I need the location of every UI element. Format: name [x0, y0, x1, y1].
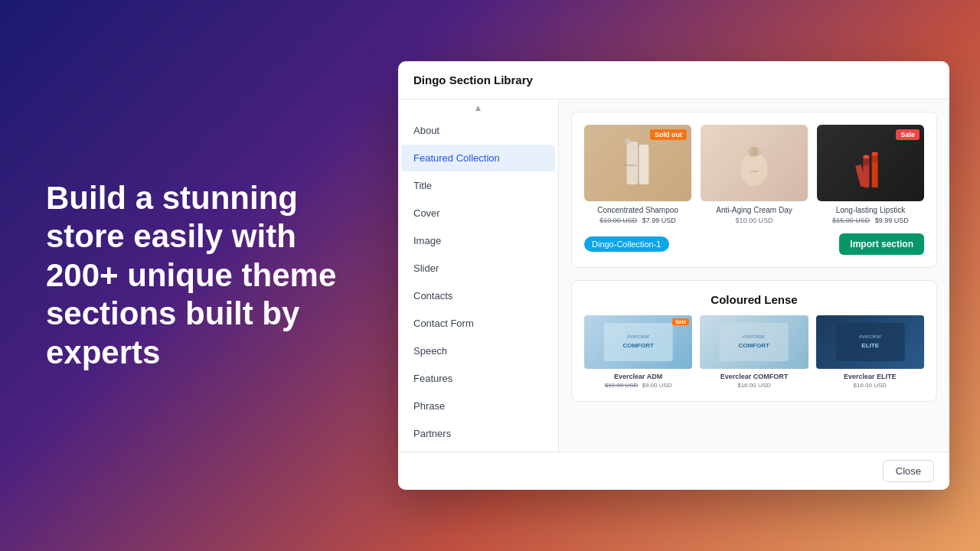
product-image-shampoo: shampoo Sold out	[584, 125, 691, 201]
content-area[interactable]: shampoo Sold out Concentrated Shampoo $1…	[559, 99, 949, 452]
lens-name-comfort: Everclear COMFORT	[720, 373, 789, 380]
modal-header: Dingo Section Library	[398, 61, 949, 99]
svg-rect-6	[750, 147, 758, 155]
section-card-1: shampoo Sold out Concentrated Shampoo $1…	[571, 112, 937, 268]
product-grid-1: shampoo Sold out Concentrated Shampoo $1…	[584, 125, 924, 224]
lens-comfort-icon: everclear COMFORT	[700, 315, 808, 369]
section-card-2: Coloured Lense everclear COMFORT Sale	[571, 280, 937, 402]
sidebar-item-about[interactable]: About	[401, 117, 555, 144]
card-footer-1: Dingo-Collection-1 Import section	[584, 233, 924, 255]
product-item-cream: cream Anti-Aging Cream Day $10.00 USD	[701, 125, 808, 224]
lens-name-elite: Everclear ELITE	[844, 373, 897, 380]
sidebar-item-services[interactable]: Services	[401, 448, 555, 452]
sidebar-item-contact-form[interactable]: Contact Form	[401, 310, 555, 337]
modal-title: Dingo Section Library	[413, 73, 533, 86]
svg-text:everclear: everclear	[627, 334, 649, 339]
product-image-cream: cream	[701, 125, 808, 201]
cream-icon: cream	[711, 132, 797, 194]
lens-item-adm: everclear COMFORT Sale Everclear ADM $10…	[584, 315, 692, 389]
lens-item-comfort: everclear COMFORT Everclear COMFORT $16.…	[700, 315, 808, 389]
svg-text:shampoo: shampoo	[624, 163, 637, 167]
product-price-lipstick: $15.00 USD $9.99 USD	[832, 217, 909, 224]
lens-price-comfort: $16.00 USD	[737, 382, 771, 389]
lens-image-comfort: everclear COMFORT	[700, 315, 808, 369]
hero-section: Build a stunning store easily with 200+ …	[46, 179, 337, 372]
import-section-button[interactable]: Import section	[839, 233, 924, 255]
sidebar-item-speech[interactable]: Speech	[401, 337, 555, 364]
svg-rect-11	[872, 160, 878, 187]
product-image-lipstick: Sale	[817, 125, 924, 201]
lens-item-elite: everclear ELITE Everclear ELITE $16.00 U…	[816, 315, 924, 389]
svg-text:COMFORT: COMFORT	[739, 342, 770, 349]
hero-headline: Build a stunning store easily with 200+ …	[46, 179, 337, 372]
sidebar-item-slider[interactable]: Slider	[401, 255, 555, 282]
sale-badge: Sale	[896, 129, 920, 140]
svg-point-10	[863, 155, 869, 159]
svg-point-13	[872, 152, 878, 156]
sidebar-item-title[interactable]: Title	[401, 172, 555, 199]
lens-name-adm: Everclear ADM	[614, 373, 662, 380]
sidebar-item-partners[interactable]: Partners	[401, 420, 555, 447]
lens-image-adm: everclear COMFORT Sale	[584, 315, 692, 369]
modal-footer: Close	[398, 452, 949, 490]
lens-elite-icon: everclear ELITE	[816, 315, 924, 369]
close-button[interactable]: Close	[883, 460, 934, 482]
sidebar-item-features[interactable]: Features	[401, 365, 555, 392]
lens-image-elite: everclear ELITE	[816, 315, 924, 369]
sidebar-item-image[interactable]: Image	[401, 227, 555, 254]
product-name-lipstick: Long-lasting Lipstick	[836, 206, 906, 214]
sidebar-item-cover[interactable]: Cover	[401, 200, 555, 227]
collection-tag: Dingo-Collection-1	[584, 236, 669, 252]
svg-text:everclear: everclear	[743, 334, 766, 339]
lens-product-grid: everclear COMFORT Sale Everclear ADM $10…	[584, 315, 924, 389]
product-price-shampoo: $10.00 USD $7.99 USD	[599, 217, 676, 224]
sidebar: ▲ About Featured Collection Title Cover …	[398, 99, 559, 452]
sidebar-item-phrase[interactable]: Phrase	[401, 393, 555, 419]
sidebar-item-featured-collection[interactable]: Featured Collection	[401, 145, 555, 171]
svg-rect-1	[639, 145, 649, 184]
product-item-shampoo: shampoo Sold out Concentrated Shampoo $1…	[584, 125, 691, 224]
product-price-cream: $10.00 USD	[735, 217, 773, 224]
product-name-cream: Anti-Aging Cream Day	[716, 206, 792, 214]
svg-text:ELITE: ELITE	[861, 342, 879, 349]
svg-text:COMFORT: COMFORT	[622, 342, 654, 349]
modal-dialog: Dingo Section Library ▲ About Featured C…	[398, 61, 949, 490]
lipstick-icon	[828, 132, 913, 194]
product-item-lipstick: Sale Long-lasting Lipstick $15.00 USD $9…	[817, 125, 924, 224]
svg-text:everclear: everclear	[859, 334, 881, 339]
modal-body: ▲ About Featured Collection Title Cover …	[398, 99, 949, 452]
product-name-shampoo: Concentrated Shampoo	[597, 206, 678, 214]
sold-out-badge: Sold out	[650, 129, 687, 140]
shampoo-icon: shampoo	[595, 132, 681, 194]
sidebar-item-contacts[interactable]: Contacts	[401, 282, 555, 309]
lens-sale-badge-adm: Sale	[672, 318, 689, 325]
lens-price-elite: $16.00 USD	[854, 382, 887, 389]
lens-price-adm: $10.00 USD $9.00 USD	[605, 382, 672, 389]
svg-rect-2	[626, 139, 630, 143]
section-2-title: Coloured Lense	[584, 293, 924, 306]
svg-text:cream: cream	[750, 169, 759, 173]
scroll-up-indicator: ▲	[398, 99, 558, 116]
